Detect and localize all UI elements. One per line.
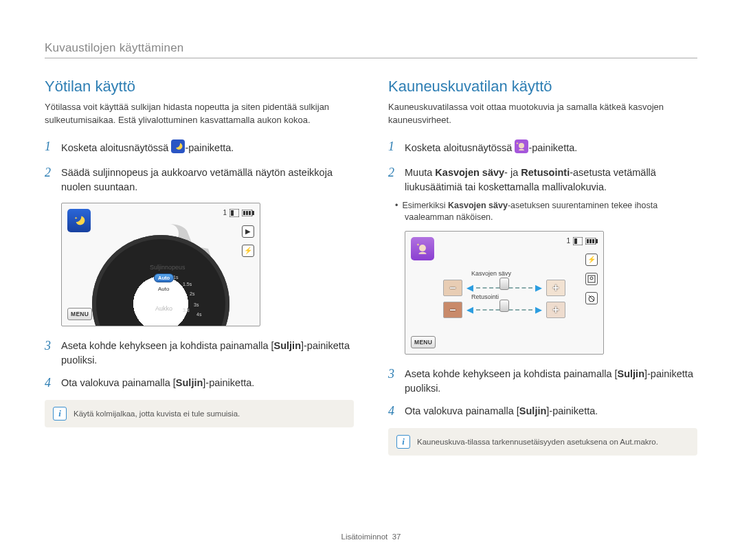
dial-tick: 1s bbox=[173, 275, 178, 280]
night-screenshot: 1 ▶ ⚡ MENU Suljinnopeus Auto Auto Aukko … bbox=[61, 203, 260, 326]
arrow-left-icon: ◀ bbox=[466, 282, 473, 293]
retouch-sample-min[interactable] bbox=[443, 302, 462, 318]
beauty-screenshot: 1 ⚡ MENU Kasvojen sävy ◀ ▶ bbox=[405, 231, 604, 355]
dial-tick: 4s bbox=[196, 312, 201, 317]
night-mode-icon bbox=[171, 139, 185, 157]
left-column: Yötilan käyttö Yötilassa voit käyttää su… bbox=[45, 78, 354, 456]
dial-tick: 3s bbox=[194, 302, 199, 307]
step-number: 3 bbox=[388, 367, 398, 396]
step-number: 1 bbox=[45, 139, 54, 157]
step-body: Ota valokuva painamalla [Suljin]-painike… bbox=[405, 404, 697, 419]
shot-count: 1 bbox=[566, 237, 570, 245]
note-text: Kauneuskuva-tilassa tarkennusetäisyyden … bbox=[417, 438, 658, 446]
svg-rect-16 bbox=[589, 239, 592, 243]
svg-point-19 bbox=[590, 277, 593, 280]
page-footer: Lisätoiminnot 37 bbox=[0, 533, 742, 541]
step-number: 4 bbox=[45, 376, 54, 391]
slider-knob[interactable] bbox=[499, 300, 509, 312]
note-text: Käytä kolmijalkaa, jotta kuvista ei tule… bbox=[74, 410, 240, 418]
night-intro: Yötilassa voit käyttää sulkijan hidasta … bbox=[45, 101, 354, 127]
svg-point-10 bbox=[419, 245, 426, 251]
svg-rect-15 bbox=[587, 239, 589, 243]
battery-icon bbox=[242, 210, 254, 216]
arrow-right-icon: ▶ bbox=[535, 282, 542, 293]
step-body: Kosketa aloitusnäytössä -painiketta. bbox=[405, 139, 697, 157]
memory-icon bbox=[573, 237, 583, 245]
timer-off-icon bbox=[585, 292, 598, 304]
svg-rect-5 bbox=[243, 211, 245, 215]
battery-icon bbox=[585, 238, 598, 245]
info-icon: i bbox=[53, 407, 67, 421]
info-icon: i bbox=[396, 435, 410, 449]
right-column: Kauneuskuvatilan käyttö Kauneuskuvatilas… bbox=[388, 78, 697, 456]
svg-rect-14 bbox=[596, 239, 598, 243]
dial-tick: 2s bbox=[190, 291, 194, 296]
svg-rect-4 bbox=[252, 211, 254, 215]
memory-icon bbox=[229, 209, 239, 217]
beauty-intro: Kauneuskuvatilassa voit ottaa muotokuvia… bbox=[388, 101, 697, 127]
retouch-label: Retusointi bbox=[471, 293, 499, 300]
slider-knob[interactable] bbox=[499, 278, 509, 290]
dial-tick: 1.5s bbox=[183, 282, 192, 287]
auto-inner-label: Auto bbox=[158, 286, 169, 292]
svg-rect-0 bbox=[171, 139, 185, 153]
svg-rect-7 bbox=[249, 211, 251, 215]
step-body: Muuta Kasvojen sävy- ja Retusointi-asetu… bbox=[405, 166, 697, 194]
menu-button[interactable]: MENU bbox=[411, 336, 436, 348]
menu-button[interactable]: MENU bbox=[67, 308, 92, 320]
divider bbox=[45, 58, 697, 58]
retouch-slider[interactable]: ◀ ▶ bbox=[466, 304, 542, 315]
night-mode-chip bbox=[67, 209, 91, 232]
auto-chip[interactable]: Auto bbox=[154, 273, 174, 282]
note-box: i Kauneuskuva-tilassa tarkennusetäisyyde… bbox=[388, 428, 697, 456]
step-body: Ota valokuva painamalla [Suljin]-painike… bbox=[61, 376, 354, 391]
svg-rect-2 bbox=[231, 210, 234, 216]
arrow-right-icon: ▶ bbox=[535, 304, 542, 315]
arrow-left-icon: ◀ bbox=[466, 304, 473, 315]
chapter-title: Kuvaustilojen käyttäminen bbox=[45, 41, 697, 55]
svg-rect-17 bbox=[592, 239, 594, 243]
step-number: 3 bbox=[45, 339, 54, 368]
svg-point-9 bbox=[519, 143, 524, 148]
step-number: 4 bbox=[388, 404, 398, 419]
tone-sample-max[interactable] bbox=[546, 280, 565, 296]
section-title-night: Yötilan käyttö bbox=[45, 78, 354, 96]
svg-rect-12 bbox=[574, 238, 577, 244]
flash-icon: ⚡ bbox=[242, 245, 254, 257]
svg-point-20 bbox=[589, 296, 594, 302]
step-body: Säädä suljinnopeus ja aukkoarvo vetämäll… bbox=[61, 166, 354, 194]
step-number: 1 bbox=[388, 139, 398, 157]
svg-rect-6 bbox=[246, 211, 248, 215]
step-number: 2 bbox=[388, 166, 398, 194]
step-body: Kosketa aloitusnäytössä -painiketta. bbox=[61, 139, 354, 157]
step-body: Aseta kohde kehykseen ja kohdista painam… bbox=[405, 367, 697, 396]
beauty-mode-chip bbox=[411, 237, 434, 260]
step-body: Aseta kohde kehykseen ja kohdista painam… bbox=[61, 339, 354, 368]
tone-slider[interactable]: ◀ ▶ bbox=[466, 282, 542, 293]
step-number: 2 bbox=[45, 166, 54, 194]
tone-label: Kasvojen sävy bbox=[471, 270, 511, 277]
dial-tick: 3.3 bbox=[183, 308, 190, 313]
aperture-label: Aukko bbox=[155, 305, 172, 312]
flash-icon: ⚡ bbox=[585, 254, 598, 266]
sub-bullet: •Esimerkiksi Kasvojen sävy-asetuksen suu… bbox=[388, 200, 697, 224]
beauty-mode-icon bbox=[515, 139, 528, 157]
shutter-label: Suljinnopeus bbox=[150, 264, 186, 271]
tone-sample-min[interactable] bbox=[443, 280, 462, 296]
section-title-beauty: Kauneuskuvatilan käyttö bbox=[388, 78, 697, 96]
play-icon: ▶ bbox=[242, 225, 254, 238]
face-detect-icon bbox=[585, 273, 598, 285]
retouch-sample-max[interactable] bbox=[546, 302, 565, 318]
note-box: i Käytä kolmijalkaa, jotta kuvista ei tu… bbox=[45, 400, 354, 427]
